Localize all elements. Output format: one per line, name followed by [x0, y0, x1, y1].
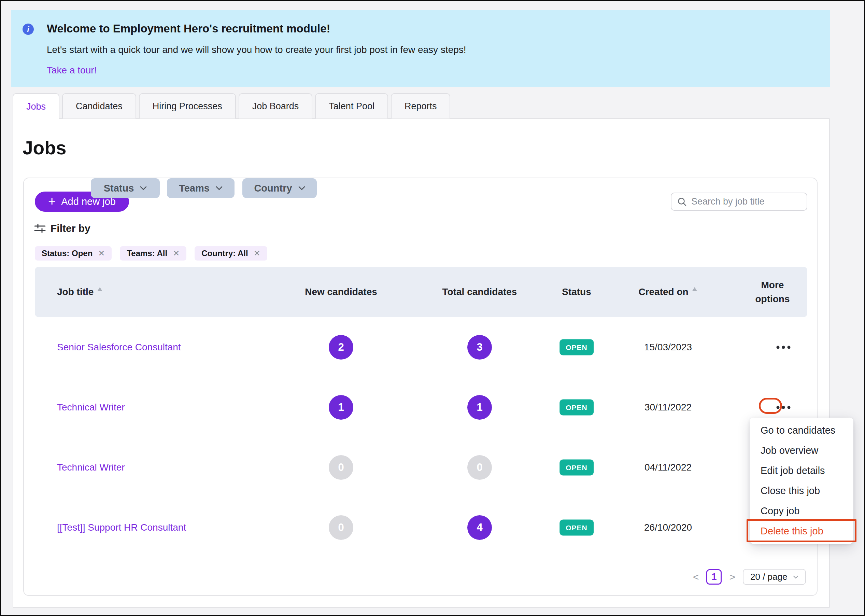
status-badge: OPEN [559, 460, 593, 476]
menu-item-copy-job[interactable]: Copy job [750, 501, 853, 521]
more-options-icon[interactable] [777, 346, 791, 349]
status-badge: OPEN [559, 399, 593, 416]
new-candidates-badge: 1 [329, 395, 353, 420]
filter-tag-country: Country: All ✕ [195, 246, 267, 261]
menu-item-delete-this-job[interactable]: Delete this job [750, 521, 853, 541]
tab-jobs[interactable]: Jobs [13, 93, 60, 119]
created-on-date: 04/11/2022 [644, 462, 692, 473]
filter-row: Filter by [34, 218, 91, 238]
tab-job-boards[interactable]: Job Boards [239, 93, 313, 118]
job-title-link[interactable]: Technical Writer [57, 462, 125, 473]
per-page-select[interactable]: 20 / page [743, 569, 806, 585]
tab-reports[interactable]: Reports [391, 93, 451, 118]
take-a-tour-link[interactable]: Take a tour! [47, 65, 97, 76]
active-filter-tags: Status: Open ✕ Teams: All ✕ Country: All… [35, 246, 267, 261]
table-row: Technical Writer 0 0 OPEN 04/11/2022 [35, 437, 807, 498]
recruitment-jobs-screen: i Welcome to Employment Hero's recruitme… [0, 0, 865, 616]
close-icon[interactable]: ✕ [254, 248, 261, 258]
created-on-date: 26/10/2020 [644, 522, 692, 533]
new-candidates-badge: 0 [329, 455, 353, 480]
table-row: [[Test]] Support HR Consultant 0 4 OPEN … [35, 498, 807, 558]
previous-page-arrow[interactable]: < [693, 572, 699, 582]
column-job-title[interactable]: Job title [57, 267, 103, 317]
search-icon [677, 197, 687, 207]
filter-tag-status: Status: Open ✕ [35, 246, 111, 261]
new-candidates-badge: 0 [329, 515, 353, 540]
chevron-down-icon [216, 186, 223, 190]
total-candidates-badge: 3 [467, 335, 492, 360]
info-icon: i [22, 24, 34, 35]
tab-hiring-processes[interactable]: Hiring Processes [139, 93, 236, 118]
close-icon[interactable]: ✕ [98, 248, 105, 258]
module-tabs: Jobs Candidates Hiring Processes Job Boa… [13, 93, 450, 119]
new-candidates-badge: 2 [329, 335, 353, 360]
total-candidates-badge: 4 [467, 515, 492, 540]
close-icon[interactable]: ✕ [173, 248, 179, 258]
current-page-button[interactable]: 1 [706, 569, 722, 585]
table-row: Senior Salesforce Consultant 2 3 OPEN 15… [35, 317, 807, 377]
page-title: Jobs [22, 137, 66, 159]
country-filter-dropdown[interactable]: Country [242, 178, 317, 198]
chevron-down-icon [793, 575, 798, 579]
tab-candidates[interactable]: Candidates [62, 93, 136, 118]
table-row: Technical Writer 1 1 OPEN 30/11/2022 [35, 377, 807, 437]
teams-filter-dropdown[interactable]: Teams [167, 178, 234, 198]
sort-icon[interactable] [692, 287, 698, 297]
search-input[interactable] [691, 196, 801, 207]
welcome-banner: i Welcome to Employment Hero's recruitme… [11, 10, 830, 87]
total-candidates-badge: 0 [467, 455, 492, 480]
column-more-options: More options [755, 267, 790, 317]
next-page-arrow[interactable]: > [729, 572, 735, 582]
jobs-card: + Add new job Filter by [23, 178, 818, 596]
pagination: < 1 > 20 / page [693, 569, 806, 585]
menu-item-close-this-job[interactable]: Close this job [750, 481, 853, 501]
filter-sliders-icon [34, 223, 46, 234]
banner-title: Welcome to Employment Hero's recruitment… [47, 22, 330, 35]
status-badge: OPEN [559, 339, 593, 355]
job-title-link[interactable]: Senior Salesforce Consultant [57, 342, 181, 353]
chevron-down-icon [298, 186, 305, 190]
filter-tag-teams: Teams: All ✕ [120, 246, 186, 261]
status-badge: OPEN [559, 520, 593, 536]
more-options-icon[interactable] [777, 406, 791, 409]
job-title-link[interactable]: Technical Writer [57, 402, 125, 413]
plus-icon: + [48, 195, 56, 207]
created-on-date: 30/11/2022 [644, 402, 692, 412]
banner-subtitle: Let's start with a quick tour and we wil… [47, 44, 466, 55]
column-total-candidates: Total candidates [443, 267, 517, 317]
job-title-link[interactable]: [[Test]] Support HR Consultant [57, 522, 186, 533]
menu-item-job-overview[interactable]: Job overview [750, 440, 853, 460]
job-search-box [671, 193, 807, 211]
more-options-context-menu: Go to candidates Job overview Edit job d… [750, 418, 853, 544]
total-candidates-badge: 1 [467, 395, 492, 420]
column-status: Status [562, 267, 591, 317]
table-header: Job title New candidates Total candidate… [35, 267, 807, 317]
tab-talent-pool[interactable]: Talent Pool [315, 93, 388, 118]
created-on-date: 15/03/2023 [644, 342, 692, 352]
chevron-down-icon [140, 186, 147, 190]
column-new-candidates: New candidates [305, 267, 377, 317]
menu-item-edit-job-details[interactable]: Edit job details [750, 460, 853, 481]
filter-by-label: Filter by [34, 223, 91, 234]
menu-item-go-to-candidates[interactable]: Go to candidates [750, 420, 853, 440]
column-created-on[interactable]: Created on [638, 267, 697, 317]
sort-icon[interactable] [97, 287, 103, 297]
status-filter-dropdown[interactable]: Status [91, 178, 160, 198]
